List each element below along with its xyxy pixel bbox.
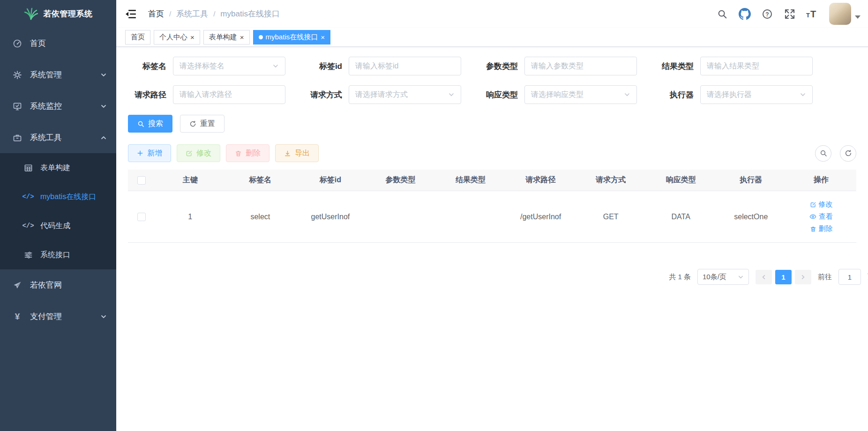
tag-name-select[interactable]: 请选择标签名 — [173, 57, 285, 75]
refresh-table-button[interactable] — [840, 145, 856, 162]
app-root: 若依管理系统 首页 — [0, 0, 868, 431]
close-icon[interactable]: × — [190, 34, 195, 41]
refresh-icon — [189, 120, 196, 127]
logo[interactable]: 若依管理系统 — [0, 0, 116, 28]
search-icon[interactable] — [713, 5, 732, 23]
sidebar-item-label: 系统接口 — [40, 250, 70, 260]
code-icon: </> — [23, 192, 33, 202]
row-delete-link[interactable]: 删除 — [810, 224, 833, 233]
sidebar-item-label: 系统工具 — [30, 132, 62, 143]
edit-icon — [186, 150, 193, 157]
tab-form-builder[interactable]: 表单构建 × — [203, 30, 250, 45]
column-header: 请求路径 — [506, 173, 576, 187]
collapse-sidebar-button[interactable] — [116, 0, 145, 28]
field-label: 执行器 — [655, 89, 700, 100]
row-checkbox[interactable] — [137, 213, 146, 221]
avatar[interactable] — [829, 3, 851, 25]
field-request-path: 请求路径 — [128, 85, 304, 104]
sidebar-item-code-generation[interactable]: </> 代码生成 — [0, 211, 116, 240]
tab-label: mybatis在线接口 — [266, 33, 318, 42]
pagination-total: 共 1 条 — [669, 273, 691, 282]
prev-page-button[interactable] — [756, 270, 772, 284]
trash-icon — [810, 226, 816, 232]
add-button[interactable]: 新增 — [128, 144, 171, 162]
sidebar-item-system-tools[interactable]: 系统工具 — [0, 122, 116, 153]
pagination: 共 1 条 10条/页 1 — [128, 269, 868, 285]
export-button[interactable]: 导出 — [275, 144, 319, 162]
close-icon[interactable]: × — [240, 34, 244, 41]
sidebar-menu: 首页 系统管理 — [0, 28, 116, 332]
field-label: 响应类型 — [479, 89, 524, 100]
reset-button[interactable]: 重置 — [180, 115, 224, 133]
column-header: 参数类型 — [366, 173, 436, 187]
edit-button[interactable]: 修改 — [177, 144, 220, 162]
svg-text:T: T — [810, 9, 816, 19]
column-header: 请求方式 — [576, 173, 646, 187]
toggle-search-button[interactable] — [815, 145, 831, 162]
result-type-input[interactable] — [700, 57, 813, 75]
request-path-input[interactable] — [173, 85, 285, 104]
chevron-down-icon — [272, 63, 279, 69]
table-row[interactable]: 1 select getUserInof /getUserInof GET DA… — [128, 191, 856, 243]
monitor-icon — [12, 101, 22, 111]
tab-label: 表单构建 — [209, 33, 237, 42]
caret-down-icon — [855, 15, 861, 19]
paper-plane-icon — [12, 280, 22, 290]
sidebar-item-form-builder[interactable]: 表单构建 — [0, 153, 116, 182]
chevron-down-icon — [100, 72, 107, 78]
download-icon — [284, 150, 291, 157]
executor-select[interactable]: 请选择执行器 — [700, 85, 813, 104]
tab-mybatis-online-api[interactable]: mybatis在线接口 × — [253, 30, 330, 45]
select-all-checkbox[interactable] — [137, 176, 146, 185]
sidebar-item-system-monitor[interactable]: 系统监控 — [0, 90, 116, 122]
row-view-link[interactable]: 查看 — [809, 212, 833, 221]
field-response-type: 响应类型 请选择响应类型 — [479, 85, 655, 104]
tab-label: 首页 — [131, 33, 145, 42]
sidebar-item-system-management[interactable]: 系统管理 — [0, 59, 116, 90]
goto-page-input[interactable] — [838, 269, 861, 285]
trash-icon — [235, 150, 242, 157]
field-param-type: 参数类型 — [479, 57, 655, 75]
param-type-input[interactable] — [524, 57, 637, 75]
breadcrumb-item-system-tools: 系统工具 — [176, 8, 208, 19]
svg-text:?: ? — [765, 11, 769, 17]
field-result-type: 结果类型 — [655, 57, 831, 75]
sidebar-item-payment-management[interactable]: ¥ 支付管理 — [0, 301, 116, 332]
page-content: 标签名 请选择标签名 标签id 参数类型 — [116, 47, 868, 431]
chevron-down-icon — [448, 91, 455, 98]
breadcrumb-separator: / — [169, 10, 171, 18]
sidebar-item-ruoyi-website[interactable]: 若依官网 — [0, 269, 116, 301]
github-icon[interactable] — [735, 5, 754, 23]
field-label: 请求路径 — [128, 89, 173, 100]
svg-text:T: T — [806, 12, 810, 19]
fullscreen-icon[interactable] — [780, 5, 799, 23]
page-size-select[interactable]: 10条/页 — [697, 269, 749, 285]
search-button[interactable]: 搜索 — [128, 115, 172, 133]
sidebar-item-mybatis-online-api[interactable]: </> mybatis在线接口 — [0, 182, 116, 211]
tags-view-bar: 首页 个人中心 × 表单构建 × mybatis在线接口 × — [116, 28, 868, 47]
user-menu[interactable] — [829, 3, 861, 25]
sidebar-item-home[interactable]: 首页 — [0, 28, 116, 59]
sidebar-item-system-api[interactable]: 系统接口 — [0, 240, 116, 269]
field-request-method: 请求方式 请选择请求方式 — [304, 85, 479, 104]
help-icon[interactable]: ? — [758, 5, 777, 23]
row-checkbox-cell — [128, 211, 155, 223]
breadcrumb-item-home[interactable]: 首页 — [148, 8, 164, 19]
tab-profile[interactable]: 个人中心 × — [154, 30, 200, 45]
close-icon[interactable]: × — [321, 34, 325, 41]
page-number-1[interactable]: 1 — [775, 270, 792, 284]
tag-id-input[interactable] — [349, 57, 461, 75]
gear-icon — [12, 70, 22, 80]
refresh-icon — [845, 149, 852, 157]
cell-result-type — [435, 215, 506, 219]
request-method-select[interactable]: 请选择请求方式 — [349, 85, 461, 104]
row-edit-link[interactable]: 修改 — [810, 200, 833, 209]
search-icon — [820, 149, 827, 157]
next-page-button[interactable] — [795, 270, 811, 284]
column-header: 标签名 — [225, 173, 296, 187]
tab-home[interactable]: 首页 — [125, 30, 150, 45]
cell-tag-name: select — [225, 211, 296, 223]
delete-button[interactable]: 删除 — [226, 144, 269, 162]
font-size-icon[interactable]: T T — [803, 5, 822, 23]
response-type-select[interactable]: 请选择响应类型 — [524, 85, 637, 104]
